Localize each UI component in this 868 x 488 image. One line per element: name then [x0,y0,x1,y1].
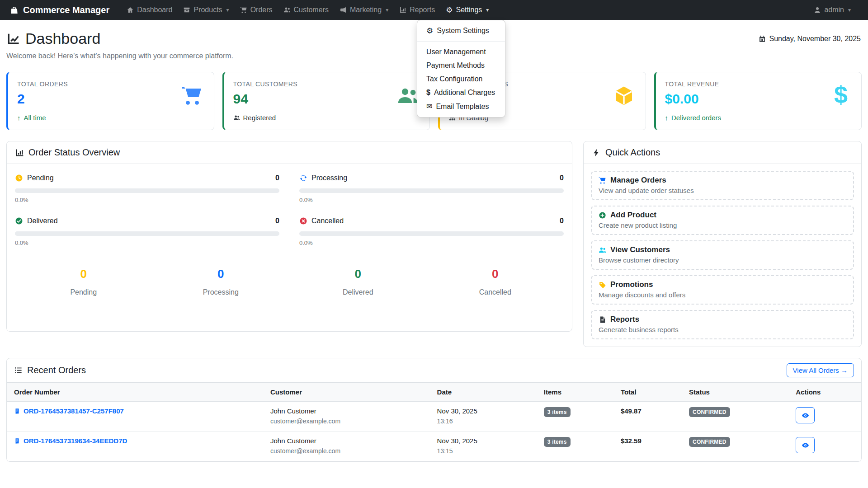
clock-icon [15,174,23,182]
stat-card-total-revenue: TOTAL REVENUE $0.00 ↑ Delivered orders $ [654,72,862,130]
nav-settings[interactable]: ⚙ Settings ▾ [440,1,494,19]
menu-user-management[interactable]: User Management [417,45,505,59]
check-circle-icon [15,217,23,225]
customer-email: customer@example.com [270,447,423,455]
recent-orders-panel: Recent Orders View All Orders → Order Nu… [6,358,862,462]
cart-icon [181,85,203,107]
stat-note: Registered [233,114,421,122]
user-icon [814,6,821,14]
customer-name: John Customer [270,407,423,415]
status-item-cancelled: Cancelled 0 0.0% [299,217,564,246]
bolt-icon [592,148,601,157]
brand-label: Commerce Manager [23,5,109,15]
view-all-orders-button[interactable]: View All Orders → [787,363,854,377]
status-count: 0 [560,174,564,182]
table-row: ORD-1764537319634-34EEDD7D John Customer… [7,432,861,461]
order-number-link[interactable]: ORD-1764537319634-34EEDD7D [14,437,256,445]
quick-action-view-customers[interactable]: View Customers Browse customer directory [591,240,854,270]
gear-icon: ⚙ [426,27,433,35]
user-menu[interactable]: admin ▾ [808,1,856,19]
recent-orders-table: Order Number Customer Date Items Total S… [7,382,861,461]
menu-payment-methods[interactable]: Payment Methods [417,59,505,72]
progress-bar-cancelled [299,231,564,236]
arrow-up-icon: ↑ [665,114,669,122]
stat-label: TOTAL CUSTOMERS [233,80,421,88]
envelope-icon: ✉ [426,102,432,111]
recent-orders-header: Recent Orders View All Orders → [7,358,861,382]
recent-orders-title: Recent Orders [14,365,86,375]
menu-additional-charges[interactable]: $ Additional Charges [417,86,505,99]
stat-label: TOTAL REVENUE [665,80,853,88]
order-time: 13:15 [437,447,529,455]
page-title: Dashboard [6,30,100,47]
col-items: Items [537,383,613,402]
nav-customers[interactable]: Customers [278,1,334,19]
progress-bar-delivered [15,231,279,236]
quick-action-add-product[interactable]: Add Product Create new product listing [591,206,854,235]
menu-system-settings[interactable]: ⚙ System Settings [417,24,505,38]
quick-action-reports[interactable]: Reports Generate business reports [591,310,854,339]
menu-email-templates[interactable]: ✉ Email Templates [417,99,505,113]
status-percent: 0.0% [15,239,279,246]
status-badge: CONFIRMED [689,407,730,417]
calendar-icon [759,35,766,42]
chevron-down-icon: ▾ [386,7,388,13]
nav-reports[interactable]: Reports [394,1,440,19]
status-item-delivered: Delivered 0 0.0% [15,217,279,246]
stat-note: ↑ Delivered orders [665,114,853,122]
summary-delivered: 0 Delivered [289,267,427,296]
arrow-up-icon: ↑ [17,114,21,122]
status-percent: 0.0% [299,239,564,246]
nav-marketing[interactable]: Marketing ▾ [334,1,394,19]
chevron-down-icon: ▾ [486,7,489,13]
status-item-pending: Pending 0 0.0% [15,174,279,203]
top-navbar: Commerce Manager Dashboard Products ▾ Or… [0,0,868,20]
summary-pending: 0 Pending [15,267,152,296]
nav-right: admin ▾ [808,1,856,19]
settings-dropdown: ⚙ System Settings User Management Paymen… [417,20,505,117]
list-icon [14,366,23,375]
megaphone-icon [340,6,347,14]
quick-action-promotions[interactable]: Promotions Manage discounts and offers [591,275,854,305]
stat-card-total-customers: TOTAL CUSTOMERS 94 Registered [222,72,430,130]
users-icon [599,246,606,254]
box-icon [183,6,190,14]
status-count: 0 [275,174,279,182]
nav-dashboard[interactable]: Dashboard [121,1,178,19]
status-count: 0 [560,217,564,225]
brand[interactable]: Commerce Manager [10,5,109,15]
stat-value: $0.00 [665,91,853,108]
items-badge: 3 items [544,437,571,447]
view-order-button[interactable] [796,437,815,453]
col-customer: Customer [263,383,430,402]
order-total: $49.87 [613,402,682,432]
chart-bar-icon [399,6,406,14]
chevron-down-icon: ▾ [226,7,229,13]
progress-bar-pending [15,188,279,193]
nav-products[interactable]: Products ▾ [178,1,234,19]
status-item-processing: Processing 0 0.0% [299,174,564,203]
status-percent: 0.0% [15,197,279,203]
file-icon [599,316,606,324]
dollar-icon: $ [834,80,848,108]
customer-name: John Customer [270,437,423,445]
home-icon [127,6,134,14]
page-date: Sunday, November 30, 2025 [759,35,861,43]
view-order-button[interactable] [796,407,815,423]
table-row: ORD-1764537381457-C257F807 John Customer… [7,402,861,432]
status-count: 0 [275,217,279,225]
customer-email: customer@example.com [270,418,423,425]
quick-action-manage-orders[interactable]: Manage Orders View and update order stat… [591,171,854,200]
order-time: 13:16 [437,418,529,425]
quick-actions-panel: Quick Actions Manage Orders View and upd… [583,141,862,347]
quick-actions-header: Quick Actions [584,141,861,164]
order-status-body: Pending 0 0.0% Processing 0 [7,164,572,296]
menu-tax-configuration[interactable]: Tax Configuration [417,72,505,86]
dollar-icon: $ [426,89,430,97]
order-number-link[interactable]: ORD-1764537381457-C257F807 [14,407,256,415]
quick-actions-body: Manage Orders View and update order stat… [584,164,861,347]
nav-links: Dashboard Products ▾ Orders Customers Ma… [121,1,494,19]
chevron-down-icon: ▾ [848,7,851,13]
nav-orders[interactable]: Orders [235,1,278,19]
items-badge: 3 items [544,407,571,417]
